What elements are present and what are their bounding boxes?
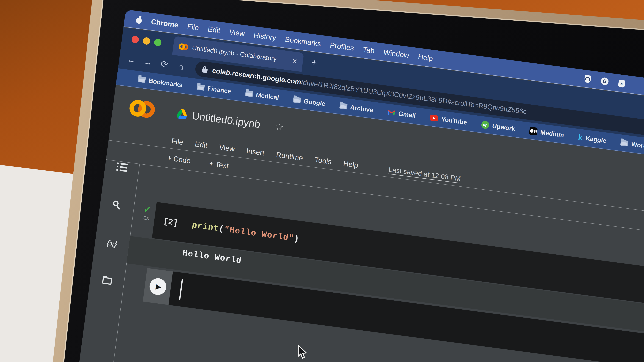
new-tab-button[interactable]: + [311,57,318,68]
photo-scene: Chrome File Edit View History Bookmarks … [0,0,644,362]
window-controls [131,35,162,46]
code-string: "Hello World" [224,224,294,243]
drive-icon [176,109,188,120]
star-icon[interactable]: ☆ [274,121,284,133]
lock-icon[interactable] [202,68,208,73]
bookmark-label: Gmail [398,110,416,119]
forward-icon[interactable]: → [139,56,157,68]
bookmark-medium[interactable]: Medium [529,127,564,139]
code-paren-close: ) [293,234,300,244]
colab-menu-runtime[interactable]: Runtime [276,150,304,162]
colab-menu-edit[interactable]: Edit [194,140,208,150]
add-text-button[interactable]: + Text [209,159,229,170]
bookmark-label: Bookmarks [148,77,183,89]
bookmark-label: Medium [540,129,564,139]
colab-logo [128,99,156,119]
back-icon[interactable]: ← [122,54,140,66]
text-cursor [179,279,183,300]
folder-icon [245,90,253,97]
mouse-cursor [296,345,308,360]
bookmark-label: Medical [256,91,279,101]
grammarly-status-icon[interactable]: G [600,77,609,86]
menu-item-view[interactable]: View [229,27,245,38]
home-icon[interactable]: ⌂ [172,60,190,72]
menu-item-profiles[interactable]: Profiles [330,41,354,52]
medium-icon [529,127,538,136]
bookmark-label: Wordpress [631,141,644,152]
play-icon: ▶ [148,277,167,296]
bookmark-label: Upwork [492,122,516,132]
files-folder-icon [102,277,112,285]
colab-menu-tools[interactable]: Tools [314,155,332,166]
bookmark-upwork[interactable]: upUpwork [481,120,516,133]
colab-menu-insert[interactable]: Insert [246,146,265,157]
menu-item-history[interactable]: History [253,31,276,42]
bookmark-gmail[interactable]: Gmail [387,109,416,119]
bookmark-folder-archive[interactable]: Archive [339,102,374,114]
gmail-icon [387,109,396,116]
code-function: print [191,220,220,233]
youtube-icon: ▶ [430,115,439,122]
menu-app-name[interactable]: Chrome [150,17,179,29]
kaggle-icon: k [578,133,583,141]
menu-item-edit[interactable]: Edit [208,25,221,35]
run-cell-button[interactable]: ▶ [143,268,173,305]
add-code-button[interactable]: + Code [167,154,191,165]
colab-menu-help[interactable]: Help [343,159,359,170]
colab-favicon [178,43,189,51]
menu-item-window[interactable]: Window [383,48,410,59]
bookmark-youtube[interactable]: ▶YouTube [430,114,468,126]
bookmark-folder-bookmarks[interactable]: Bookmarks [138,76,183,89]
menu-item-help[interactable]: Help [418,52,434,63]
execution-count: [2] [163,216,178,228]
sidebar-item-files[interactable] [90,275,124,286]
sidebar-item-search[interactable] [100,198,134,212]
bookmark-folder-medical[interactable]: Medical [245,90,280,101]
menu-item-tab[interactable]: Tab [362,45,375,55]
folder-icon [620,140,628,146]
menu-item-file[interactable]: File [187,22,200,32]
minimize-window-button[interactable] [142,37,150,45]
vpn-shield-icon[interactable] [584,75,592,83]
bookmark-folder-wordpress[interactable]: Wordpress [620,139,644,152]
close-window-button[interactable] [131,35,140,44]
folder-icon [339,103,348,109]
folder-icon [196,84,205,91]
bookmark-label: Finance [207,85,232,95]
bookmark-label: Archive [350,104,374,114]
execution-time: 0s [143,215,150,222]
notebook-title[interactable]: Untitled0.ipynb [192,109,261,130]
sidebar-item-variables[interactable]: {x} [94,236,130,251]
colab-menu-file[interactable]: File [171,137,184,146]
apple-menu-icon[interactable] [135,16,142,24]
bookmark-label: YouTube [441,116,468,126]
folder-icon [293,97,301,103]
code-line[interactable]: print("Hello World") [191,220,300,244]
folder-icon [138,76,146,83]
menu-item-bookmarks[interactable]: Bookmarks [284,35,322,48]
variables-icon: {x} [106,238,118,249]
bookmark-kaggle[interactable]: kKaggle [578,133,607,145]
bookmark-folder-google[interactable]: Google [293,96,326,107]
search-icon [112,200,122,210]
close-tab-icon[interactable]: ✕ [292,57,298,65]
bookmark-folder-finance[interactable]: Finance [196,83,232,95]
bookmark-label: Kaggle [585,134,607,144]
x-status-icon[interactable]: x [618,79,626,88]
zoom-window-button[interactable] [154,38,162,47]
bookmark-label: Google [303,97,326,107]
upwork-icon: up [481,120,490,129]
execution-success-icon: ✓ [143,204,152,214]
table-of-contents-icon [116,162,128,172]
colab-menu-view[interactable]: View [219,143,235,153]
reload-icon[interactable]: ⟳ [156,58,174,70]
